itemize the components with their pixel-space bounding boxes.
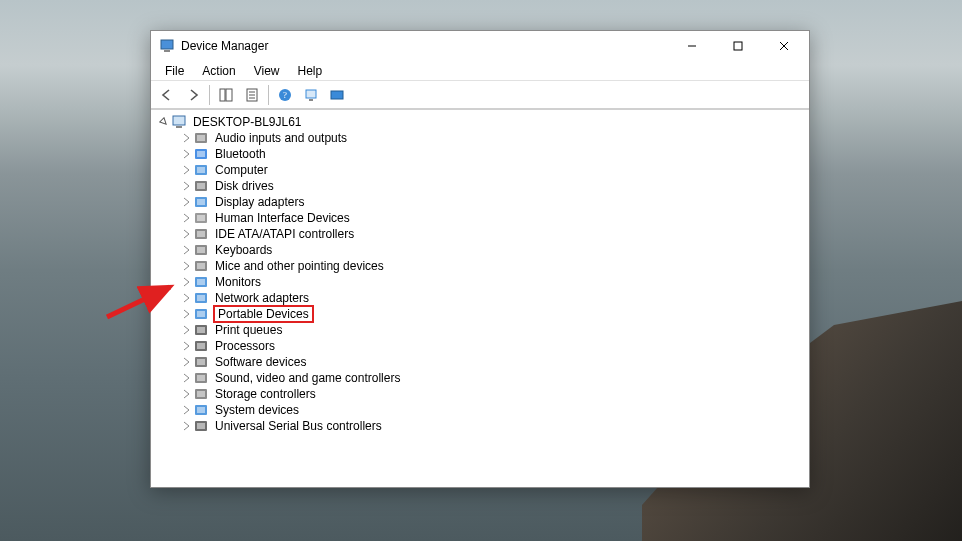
- svg-rect-28: [197, 199, 205, 205]
- expand-icon[interactable]: [179, 307, 193, 321]
- toolbar-separator: [268, 85, 269, 105]
- computer-icon: [171, 114, 187, 130]
- tree-item[interactable]: Computer: [175, 162, 809, 178]
- expand-icon[interactable]: [179, 163, 193, 177]
- device-category-label[interactable]: Disk drives: [213, 179, 276, 193]
- device-category-label[interactable]: Processors: [213, 339, 277, 353]
- tree-item[interactable]: Human Interface Devices: [175, 210, 809, 226]
- menu-action[interactable]: Action: [194, 62, 243, 80]
- device-tree[interactable]: DESKTOP-BL9JL61 Audio inputs and outputs…: [151, 109, 809, 487]
- expand-icon[interactable]: [179, 339, 193, 353]
- device-category-icon: [193, 370, 209, 386]
- device-category-label[interactable]: Universal Serial Bus controllers: [213, 419, 384, 433]
- svg-rect-3: [734, 42, 742, 50]
- device-category-label[interactable]: Display adapters: [213, 195, 306, 209]
- tree-item[interactable]: Network adapters: [175, 290, 809, 306]
- svg-rect-34: [197, 247, 205, 253]
- back-button[interactable]: [155, 84, 179, 106]
- devices-button[interactable]: [325, 84, 349, 106]
- minimize-button[interactable]: [669, 31, 715, 61]
- device-category-label[interactable]: Bluetooth: [213, 147, 268, 161]
- device-category-icon: [193, 194, 209, 210]
- tree-item[interactable]: Bluetooth: [175, 146, 809, 162]
- device-category-label[interactable]: Print queues: [213, 323, 284, 337]
- help-button[interactable]: ?: [273, 84, 297, 106]
- device-category-label[interactable]: Human Interface Devices: [213, 211, 352, 225]
- svg-rect-52: [197, 391, 205, 397]
- expand-icon[interactable]: [179, 387, 193, 401]
- menu-view[interactable]: View: [246, 62, 288, 80]
- device-category-label[interactable]: Monitors: [213, 275, 263, 289]
- tree-item[interactable]: Monitors: [175, 274, 809, 290]
- tree-item[interactable]: Portable Devices: [175, 306, 809, 322]
- expand-icon[interactable]: [179, 227, 193, 241]
- maximize-button[interactable]: [715, 31, 761, 61]
- device-category-label[interactable]: IDE ATA/ATAPI controllers: [213, 227, 356, 241]
- expand-icon[interactable]: [179, 275, 193, 289]
- tree-item[interactable]: Software devices: [175, 354, 809, 370]
- collapse-icon[interactable]: [157, 115, 171, 129]
- device-category-icon: [193, 290, 209, 306]
- tree-root-node[interactable]: DESKTOP-BL9JL61: [157, 114, 809, 130]
- expand-icon[interactable]: [179, 323, 193, 337]
- svg-rect-40: [197, 295, 205, 301]
- svg-rect-14: [306, 90, 316, 98]
- properties-button[interactable]: [240, 84, 264, 106]
- expand-icon[interactable]: [179, 211, 193, 225]
- expand-icon[interactable]: [179, 371, 193, 385]
- device-category-label[interactable]: Storage controllers: [213, 387, 318, 401]
- expand-icon[interactable]: [179, 355, 193, 369]
- expand-icon[interactable]: [179, 179, 193, 193]
- toolbar-separator: [209, 85, 210, 105]
- tree-item[interactable]: Print queues: [175, 322, 809, 338]
- svg-rect-42: [197, 311, 205, 317]
- expand-icon[interactable]: [179, 195, 193, 209]
- device-category-label[interactable]: Audio inputs and outputs: [213, 131, 349, 145]
- tree-item[interactable]: System devices: [175, 402, 809, 418]
- tree-item[interactable]: Storage controllers: [175, 386, 809, 402]
- tree-item[interactable]: Mice and other pointing devices: [175, 258, 809, 274]
- svg-rect-16: [331, 91, 343, 99]
- menu-help[interactable]: Help: [290, 62, 331, 80]
- device-category-icon: [193, 210, 209, 226]
- menu-file[interactable]: File: [157, 62, 192, 80]
- device-category-label[interactable]: Portable Devices: [213, 305, 314, 323]
- device-category-label[interactable]: Computer: [213, 163, 270, 177]
- svg-rect-20: [197, 135, 205, 141]
- device-category-label[interactable]: Software devices: [213, 355, 308, 369]
- scan-hardware-button[interactable]: [299, 84, 323, 106]
- expand-icon[interactable]: [179, 243, 193, 257]
- svg-rect-32: [197, 231, 205, 237]
- device-category-icon: [193, 322, 209, 338]
- tree-item[interactable]: Universal Serial Bus controllers: [175, 418, 809, 434]
- expand-icon[interactable]: [179, 291, 193, 305]
- tree-item[interactable]: IDE ATA/ATAPI controllers: [175, 226, 809, 242]
- device-category-icon: [193, 242, 209, 258]
- device-category-icon: [193, 226, 209, 242]
- expand-icon[interactable]: [179, 131, 193, 145]
- device-category-label[interactable]: Sound, video and game controllers: [213, 371, 402, 385]
- show-hide-tree-button[interactable]: [214, 84, 238, 106]
- expand-icon[interactable]: [179, 147, 193, 161]
- expand-icon[interactable]: [179, 403, 193, 417]
- device-category-label[interactable]: Keyboards: [213, 243, 274, 257]
- device-category-label[interactable]: Mice and other pointing devices: [213, 259, 386, 273]
- close-button[interactable]: [761, 31, 807, 61]
- tree-item[interactable]: Processors: [175, 338, 809, 354]
- tree-item[interactable]: Disk drives: [175, 178, 809, 194]
- expand-icon[interactable]: [179, 259, 193, 273]
- device-category-icon: [193, 306, 209, 322]
- device-category-label[interactable]: Network adapters: [213, 291, 311, 305]
- svg-rect-26: [197, 183, 205, 189]
- device-category-icon: [193, 386, 209, 402]
- tree-item[interactable]: Sound, video and game controllers: [175, 370, 809, 386]
- expand-icon[interactable]: [179, 419, 193, 433]
- tree-item[interactable]: Display adapters: [175, 194, 809, 210]
- tree-item[interactable]: Audio inputs and outputs: [175, 130, 809, 146]
- root-label[interactable]: DESKTOP-BL9JL61: [191, 115, 304, 129]
- svg-rect-54: [197, 407, 205, 413]
- svg-rect-38: [197, 279, 205, 285]
- device-category-label[interactable]: System devices: [213, 403, 301, 417]
- forward-button[interactable]: [181, 84, 205, 106]
- tree-item[interactable]: Keyboards: [175, 242, 809, 258]
